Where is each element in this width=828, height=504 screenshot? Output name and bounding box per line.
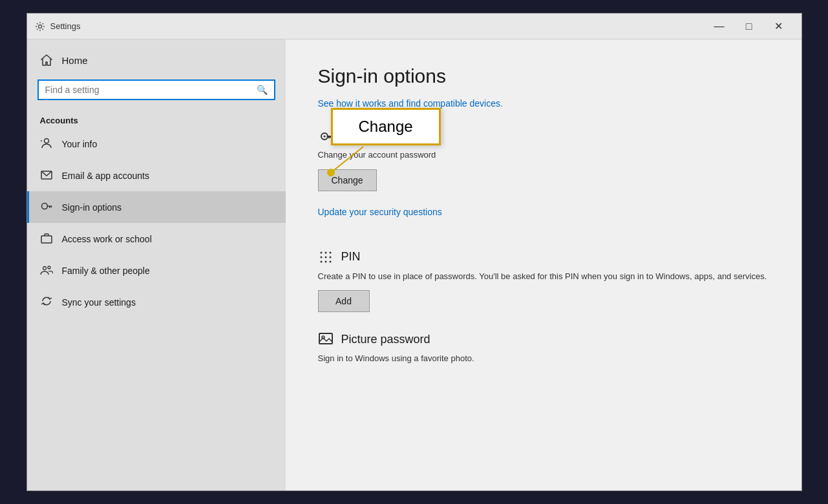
email-icon xyxy=(40,168,53,183)
svg-point-26 xyxy=(320,260,322,262)
pin-section: PIN Create a PIN to use in place of pass… xyxy=(318,249,769,313)
sync-label: Sync your settings xyxy=(62,297,136,308)
picture-icon xyxy=(318,331,334,347)
sidebar-item-home[interactable]: Home xyxy=(27,46,286,74)
picture-password-desc: Sign in to Windows using a favorite phot… xyxy=(318,352,769,365)
sync-icon xyxy=(40,295,53,310)
callout-arrow xyxy=(324,143,376,182)
sidebar-item-sync[interactable]: Sync your settings xyxy=(27,286,286,318)
svg-point-11 xyxy=(43,267,46,270)
maximize-button[interactable]: □ xyxy=(734,16,764,37)
svg-point-20 xyxy=(320,251,322,253)
sidebar-section-label: Accounts xyxy=(27,110,286,128)
sidebar-item-your-info[interactable]: Your info xyxy=(27,128,286,160)
settings-app-icon xyxy=(35,21,45,32)
svg-point-0 xyxy=(38,25,41,28)
svg-point-28 xyxy=(329,260,331,262)
svg-point-6 xyxy=(41,204,47,209)
search-box[interactable]: 🔍 xyxy=(37,79,275,100)
svg-point-19 xyxy=(327,169,335,176)
callout: Change xyxy=(331,108,441,145)
callout-label: Change xyxy=(359,118,413,135)
sidebar-item-signin[interactable]: Sign-in options xyxy=(27,191,286,223)
home-icon xyxy=(40,54,53,67)
email-label: Email & app accounts xyxy=(62,171,149,181)
content-area: Home 🔍 Accounts xyxy=(27,39,801,490)
svg-point-22 xyxy=(329,251,331,253)
svg-point-23 xyxy=(320,256,322,258)
pin-desc: Create a PIN to use in place of password… xyxy=(318,270,769,283)
search-container: 🔍 xyxy=(27,74,286,110)
picture-password-header: Picture password xyxy=(318,331,769,347)
sidebar-item-family[interactable]: Family & other people xyxy=(27,255,286,286)
sidebar: Home 🔍 Accounts xyxy=(27,39,286,490)
search-icon: 🔍 xyxy=(257,85,268,95)
minimize-button[interactable]: — xyxy=(705,16,734,37)
picture-password-section: Picture password Sign in to Windows usin… xyxy=(318,331,769,365)
security-link-container: Update your security questions xyxy=(318,202,769,230)
main-panel: Sign-in options See how it works and fin… xyxy=(286,39,801,490)
svg-line-18 xyxy=(331,147,363,173)
page-title: Sign-in options xyxy=(318,65,769,87)
person-icon xyxy=(40,136,53,151)
sidebar-item-email[interactable]: Email & app accounts xyxy=(27,160,286,191)
home-label: Home xyxy=(62,55,88,66)
title-bar: Settings — □ ✕ xyxy=(27,14,801,39)
title-bar-left: Settings xyxy=(35,21,81,32)
password-desc: Change your account password xyxy=(318,149,769,162)
key-icon xyxy=(40,200,53,215)
picture-password-title: Picture password xyxy=(341,333,430,346)
svg-point-1 xyxy=(44,139,48,143)
access-work-label: Access work or school xyxy=(62,234,152,244)
svg-point-17 xyxy=(323,136,325,138)
settings-window: Settings — □ ✕ Home 🔍 xyxy=(27,13,802,491)
group-icon xyxy=(40,263,53,278)
pin-header: PIN xyxy=(318,249,769,265)
security-questions-link[interactable]: Update your security questions xyxy=(318,207,442,217)
family-label: Family & other people xyxy=(62,266,150,276)
add-pin-button[interactable]: Add xyxy=(318,290,370,312)
svg-rect-10 xyxy=(41,236,52,243)
svg-rect-29 xyxy=(319,333,332,344)
svg-point-24 xyxy=(324,256,326,258)
signin-label: Sign-in options xyxy=(62,202,122,213)
svg-point-12 xyxy=(48,266,50,269)
search-input[interactable] xyxy=(45,85,257,95)
sidebar-item-access-work[interactable]: Access work or school xyxy=(27,223,286,255)
briefcase-icon xyxy=(40,231,53,246)
change-button-container: Change Change xyxy=(318,169,377,191)
password-section: Password Change your account password Ch… xyxy=(318,128,769,230)
window-controls: — □ ✕ xyxy=(705,16,794,37)
svg-point-27 xyxy=(324,260,326,262)
grid-icon xyxy=(318,249,334,265)
callout-box: Change xyxy=(331,108,441,145)
svg-point-25 xyxy=(329,256,331,258)
pin-title: PIN xyxy=(341,250,361,264)
svg-point-21 xyxy=(324,251,326,253)
window-title: Settings xyxy=(50,21,81,31)
close-button[interactable]: ✕ xyxy=(764,16,794,37)
your-info-label: Your info xyxy=(62,139,98,149)
